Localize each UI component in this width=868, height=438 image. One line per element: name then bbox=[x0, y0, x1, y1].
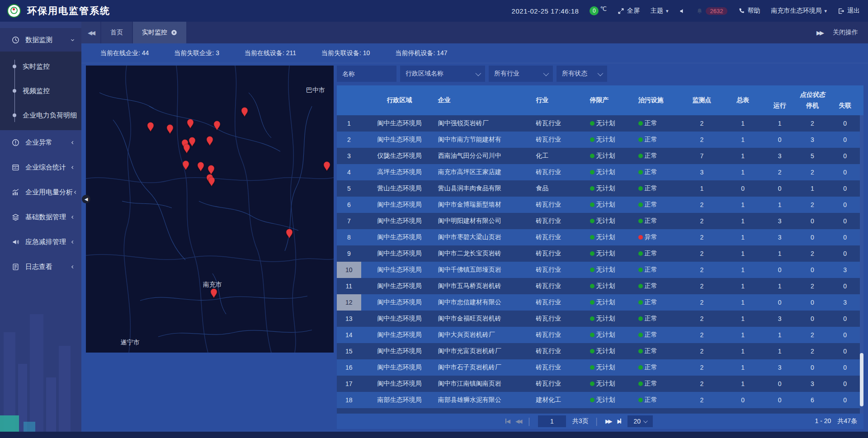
name-input[interactable] bbox=[342, 70, 391, 77]
table-row[interactable]: 6阆中生态环境局阆中市金博瑞新型墙材砖瓦行业无计划正常21120 bbox=[337, 197, 863, 213]
sound-button[interactable] bbox=[679, 8, 685, 14]
sidebar-subitem-video-monitor[interactable]: 视频监控 bbox=[0, 79, 81, 103]
table-row[interactable]: 8阆中生态环境局阆中市枣碧大梁山页岩砖瓦行业无计划异常21300 bbox=[337, 229, 863, 245]
map-panel[interactable]: 巴中市南充市遂宁市 ◀ bbox=[86, 66, 334, 353]
map-pin[interactable] bbox=[208, 165, 215, 175]
tab-close-icon[interactable] bbox=[171, 29, 177, 36]
table-row[interactable]: 2阆中生态环境局阆中市南方节能建材有砖瓦行业无计划正常21030 bbox=[337, 132, 863, 148]
cell-industry: 建材化工 bbox=[536, 396, 584, 404]
fullscreen-button[interactable]: 全屏 bbox=[618, 7, 640, 15]
map-collapse-button[interactable]: ◀ bbox=[82, 195, 90, 203]
cell-facility-status: 正常 bbox=[633, 217, 681, 225]
chart-icon bbox=[12, 188, 20, 197]
map-pin[interactable] bbox=[213, 121, 221, 131]
table-scrollbar[interactable] bbox=[860, 115, 863, 414]
cell-company: 阆中市二龙长宝页岩砖 bbox=[438, 250, 536, 258]
sidebar-item-data-monitor[interactable]: 数据监测 bbox=[0, 28, 81, 52]
status-filter-select[interactable]: 所有状态 bbox=[557, 66, 607, 82]
table-row[interactable]: 11阆中生态环境局阆中市五马桥页岩机砖砖瓦行业无计划正常21120 bbox=[337, 278, 863, 294]
map-pin[interactable] bbox=[183, 144, 190, 154]
cell-monitor-count: 2 bbox=[681, 217, 722, 225]
cell-industry: 砖瓦行业 bbox=[536, 282, 584, 290]
status-dot-icon bbox=[590, 268, 594, 272]
help-button[interactable]: 帮助 bbox=[738, 7, 760, 15]
sidebar-item-company-stats[interactable]: 企业综合统计 bbox=[0, 155, 81, 180]
theme-dropdown[interactable]: 主题 ▾ bbox=[651, 7, 669, 15]
page-number-input[interactable]: 1 bbox=[538, 415, 566, 427]
notifications-button[interactable]: 2632 bbox=[696, 7, 728, 15]
cell-facility-status: 正常 bbox=[633, 201, 681, 209]
status-dot-icon bbox=[590, 349, 594, 353]
table-row[interactable]: 14阆中生态环境局阆中大兴页岩机砖厂砖瓦行业无计划正常21120 bbox=[337, 327, 863, 343]
first-page-button[interactable]: ◀ bbox=[505, 418, 509, 424]
map-pin[interactable] bbox=[197, 162, 204, 172]
row-index: 12 bbox=[337, 294, 361, 311]
region-filter-select[interactable]: 行政区域名称 bbox=[400, 66, 485, 82]
industry-filter-select[interactable]: 所有行业 bbox=[489, 66, 553, 82]
sidebar-subitem-realtime-monitor[interactable]: 实时监控 bbox=[0, 54, 81, 79]
cell-region: 阆中生态环境局 bbox=[361, 136, 438, 144]
col-stop: 停机 bbox=[796, 102, 829, 110]
main-content: 当前在线企业: 44当前失联企业: 3当前在线设备: 211当前失联设备: 10… bbox=[81, 43, 868, 432]
table-row[interactable]: 15阆中生态环境局阆中市光富页岩机砖厂砖瓦行业无计划正常21120 bbox=[337, 343, 863, 359]
map-pin[interactable] bbox=[323, 161, 330, 171]
cell-stop-count: 2 bbox=[796, 120, 829, 127]
table-row[interactable]: 12阆中生态环境局阆中市忠信建材有限公砖瓦行业无计划正常21003 bbox=[337, 294, 863, 311]
next-page-button[interactable]: ▶▶ bbox=[605, 418, 611, 424]
map-pin[interactable] bbox=[208, 177, 215, 187]
table-row[interactable]: 7阆中生态环境局阆中明阳建材有限公司砖瓦行业无计划正常21300 bbox=[337, 213, 863, 229]
enterprise-table: 行政区域 企业 行业 停限产 治污设施 监测点 总表 点位状态 运行 停机 bbox=[337, 85, 863, 414]
tab-home[interactable]: 首页 bbox=[101, 22, 132, 43]
table-row[interactable]: 5营山生态环境局营山县润丰肉食品有限食品无计划正常10010 bbox=[337, 180, 863, 197]
table-row[interactable]: 18南部生态环境局南部县雄狮水泥有限公建材化工无计划正常20060 bbox=[337, 392, 863, 408]
cell-total-meter: 1 bbox=[722, 152, 764, 160]
map-pin[interactable] bbox=[166, 124, 174, 134]
map-pin[interactable] bbox=[206, 136, 213, 146]
layers-icon bbox=[12, 213, 20, 221]
sidebar-item-base-data[interactable]: 基础数据管理 bbox=[0, 205, 81, 230]
table-row[interactable]: 13阆中生态环境局阆中市金福旺页岩机砖砖瓦行业无计划正常21300 bbox=[337, 311, 863, 327]
map-pin[interactable] bbox=[210, 288, 217, 298]
sidebar-item-emergency-reduce[interactable]: 应急减排管理 bbox=[0, 230, 81, 254]
map-pin[interactable] bbox=[187, 119, 194, 129]
prev-page-button[interactable]: ◀◀ bbox=[515, 418, 521, 424]
table-row[interactable]: 3仪陇生态环境局西南油气田分公司川中化工无计划正常71350 bbox=[337, 148, 863, 164]
table-row[interactable]: 17阆中生态环境局阆中市江南镇阆南页岩砖瓦行业无计划正常21030 bbox=[337, 376, 863, 392]
table-row[interactable]: 4高坪生态环境局南充市高坪区王家店建砖瓦行业无计划正常31220 bbox=[337, 164, 863, 180]
logout-button[interactable]: 退出 bbox=[838, 7, 860, 15]
table-row[interactable]: 1阆中生态环境局阆中强锐页岩砖厂砖瓦行业无计划正常21120 bbox=[337, 115, 863, 132]
warning-icon bbox=[12, 139, 20, 147]
app-title: 环保用电监管系统 bbox=[27, 5, 110, 17]
sidebar-item-log-view[interactable]: 日志查看 bbox=[0, 254, 81, 279]
map-pin[interactable] bbox=[241, 107, 248, 117]
table-row[interactable]: 10阆中生态环境局阆中千佛镇五郎垭页岩砖瓦行业无计划正常21003 bbox=[337, 262, 863, 278]
cell-run-count: 1 bbox=[764, 250, 796, 257]
cell-company: 阆中市光富页岩机砖厂 bbox=[438, 347, 536, 355]
row-index: 5 bbox=[337, 180, 361, 197]
page-size-select[interactable]: 20 bbox=[627, 415, 653, 427]
sidebar-item-company-abnormal[interactable]: 企业异常 bbox=[0, 130, 81, 155]
chevron-left-icon bbox=[73, 190, 78, 195]
cell-company: 阆中明阳建材有限公司 bbox=[438, 217, 536, 225]
cell-facility-status: 正常 bbox=[633, 250, 681, 258]
cell-industry: 砖瓦行业 bbox=[536, 250, 584, 258]
tabs-scroll-left-button[interactable]: ◀◀ bbox=[81, 22, 100, 43]
tabs-scroll-right-button[interactable]: ▶▶ bbox=[816, 29, 823, 36]
table-row[interactable]: 16阆中生态环境局阆中市石子页岩机砖厂砖瓦行业无计划正常21300 bbox=[337, 359, 863, 376]
sidebar-item-power-analysis[interactable]: 企业用电量分析 bbox=[0, 180, 81, 205]
table-row[interactable]: 9阆中生态环境局阆中市二龙长宝页岩砖砖瓦行业无计划正常21120 bbox=[337, 245, 863, 262]
org-dropdown[interactable]: 南充市生态环境局 ▾ bbox=[771, 7, 827, 15]
cell-facility-status: 正常 bbox=[633, 298, 681, 306]
map-pin[interactable] bbox=[147, 122, 154, 132]
cell-lost-count: 0 bbox=[829, 364, 861, 371]
map-pin[interactable] bbox=[286, 229, 293, 239]
close-operations-button[interactable]: 关闭操作 bbox=[833, 28, 858, 37]
name-filter-input[interactable] bbox=[337, 66, 396, 82]
col-facility: 治污设施 bbox=[633, 85, 681, 115]
sidebar-subitem-power-load-detail[interactable]: 企业电力负荷明细 bbox=[0, 103, 81, 127]
tab-realtime-monitor[interactable]: 实时监控 bbox=[133, 22, 186, 43]
chevron-down-icon bbox=[543, 70, 549, 76]
last-page-button[interactable]: ▶ bbox=[618, 418, 621, 424]
status-dot-icon bbox=[638, 316, 643, 321]
map-pin[interactable] bbox=[182, 160, 189, 170]
